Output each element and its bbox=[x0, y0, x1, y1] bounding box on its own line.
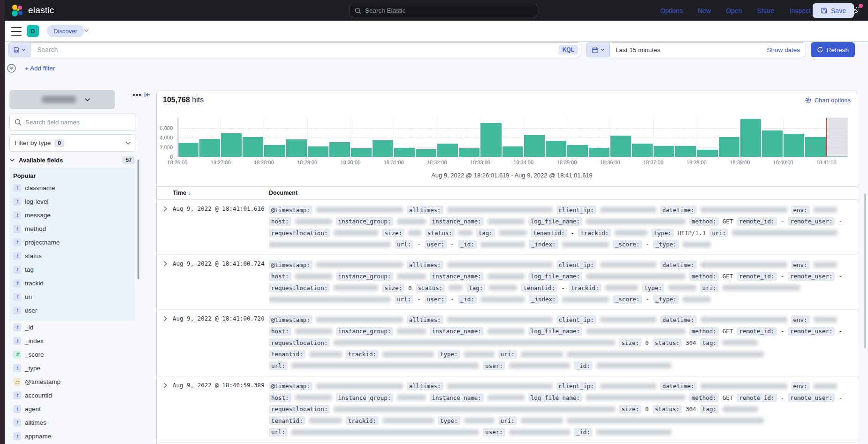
document-summary[interactable]: @timestamp:alltimes:client_ip:datetime:e… bbox=[269, 204, 842, 250]
histogram-bar[interactable] bbox=[415, 149, 437, 157]
available-fields-header[interactable]: Available fields 57 bbox=[9, 156, 135, 164]
field-item-method[interactable]: tmethod bbox=[13, 222, 131, 236]
field-item-log-level[interactable]: tlog-level bbox=[13, 195, 131, 208]
date-quick-menu-button[interactable] bbox=[586, 43, 610, 57]
field-item-user[interactable]: tuser bbox=[13, 304, 131, 317]
space-badge[interactable]: D bbox=[27, 25, 39, 37]
field-search-input[interactable]: Search field names bbox=[9, 114, 136, 131]
redacted-value bbox=[464, 418, 495, 423]
menu-icon[interactable] bbox=[11, 27, 22, 36]
nav-link-new[interactable]: New bbox=[698, 7, 711, 15]
field-item-@timestamp[interactable]: ☷@timestamp bbox=[13, 375, 131, 389]
histogram-bar[interactable] bbox=[242, 137, 264, 157]
histogram-bar[interactable] bbox=[264, 145, 285, 157]
resize-handle-icon[interactable] bbox=[133, 94, 141, 96]
field-item-tag[interactable]: ttag bbox=[13, 263, 131, 276]
field-item-uri[interactable]: turi bbox=[13, 290, 131, 304]
histogram-bar[interactable] bbox=[783, 134, 805, 157]
histogram-bar[interactable] bbox=[307, 146, 329, 157]
expand-row-icon[interactable] bbox=[163, 206, 168, 212]
field-item-message[interactable]: tmessage bbox=[13, 208, 131, 222]
add-filter-button[interactable]: + Add filter bbox=[25, 65, 55, 72]
save-icon bbox=[821, 7, 828, 14]
histogram-bar[interactable] bbox=[653, 146, 675, 157]
field-item-agent[interactable]: tagent bbox=[13, 402, 131, 416]
breadcrumb-chevron-down-icon[interactable] bbox=[84, 29, 89, 32]
filter-by-type-select[interactable]: Filter by type 0 bbox=[9, 134, 136, 152]
histogram-bar[interactable] bbox=[286, 139, 307, 157]
histogram-bar[interactable] bbox=[805, 137, 826, 157]
histogram-bar[interactable] bbox=[221, 133, 242, 157]
field-item-alltimes[interactable]: talltimes bbox=[13, 416, 131, 429]
histogram-bar[interactable] bbox=[177, 143, 199, 157]
document-summary[interactable]: @timestamp:alltimes:client_ip:datetime:e… bbox=[269, 381, 842, 438]
query-input[interactable]: Search KQL bbox=[8, 42, 581, 57]
expand-row-icon[interactable] bbox=[163, 315, 168, 322]
sidebar-scrollbar[interactable] bbox=[137, 160, 139, 279]
filter-by-type-count: 0 bbox=[54, 139, 64, 147]
histogram-bar[interactable] bbox=[480, 123, 502, 157]
nav-link-options[interactable]: Options bbox=[660, 7, 683, 15]
show-dates-button[interactable]: Show dates bbox=[767, 46, 800, 54]
page-scrollbar[interactable] bbox=[864, 193, 866, 348]
breadcrumb[interactable]: Discover bbox=[47, 25, 84, 37]
field-item-projectname[interactable]: tprojectname bbox=[13, 236, 131, 249]
sort-descending-icon[interactable]: ↓ bbox=[188, 190, 190, 196]
histogram-bar[interactable] bbox=[329, 142, 350, 157]
field-item-appname[interactable]: tappname bbox=[13, 429, 131, 443]
histogram-bar[interactable] bbox=[545, 141, 567, 157]
nav-link-inspect[interactable]: Inspect bbox=[790, 7, 811, 15]
save-button[interactable]: Save bbox=[813, 3, 854, 18]
kql-language-button[interactable]: KQL bbox=[559, 45, 578, 54]
histogram-bar[interactable] bbox=[458, 148, 480, 157]
redacted-value bbox=[334, 285, 378, 291]
index-pattern-select[interactable] bbox=[9, 90, 115, 109]
field-item-classname[interactable]: tclassname bbox=[13, 181, 131, 195]
field-item-status[interactable]: tstatus bbox=[13, 249, 131, 263]
histogram-bar[interactable] bbox=[632, 144, 653, 157]
elastic-logo[interactable]: elastic bbox=[11, 4, 54, 16]
histogram-bar[interactable] bbox=[610, 136, 632, 157]
saved-query-menu-button[interactable] bbox=[8, 43, 30, 57]
date-picker[interactable]: Last 15 minutes Show dates bbox=[586, 42, 806, 57]
field-item-_type[interactable]: t_type bbox=[13, 361, 131, 375]
nav-link-share[interactable]: Share bbox=[757, 7, 775, 15]
filter-icon[interactable] bbox=[7, 63, 16, 73]
histogram-bar[interactable] bbox=[740, 119, 761, 157]
field-item-_id[interactable]: t_id bbox=[13, 321, 131, 334]
document-summary[interactable]: @timestamp:alltimes:client_ip:datetime:e… bbox=[269, 259, 842, 305]
histogram-bar[interactable] bbox=[524, 135, 545, 157]
field-pill-type: type: bbox=[651, 229, 674, 237]
histogram-bar[interactable] bbox=[372, 140, 394, 157]
histogram-bar[interactable] bbox=[675, 146, 696, 157]
expand-row-icon[interactable] bbox=[163, 260, 168, 267]
histogram-bar[interactable] bbox=[437, 144, 458, 157]
histogram-chart[interactable]: 02,0004,0006,00018:26:0018:27:0018:28:00… bbox=[157, 91, 857, 171]
redacted-value bbox=[683, 297, 711, 302]
histogram-bar[interactable] bbox=[567, 145, 588, 157]
field-pill-@timestamp: @timestamp: bbox=[269, 206, 312, 214]
field-item-_index[interactable]: t_index bbox=[13, 334, 131, 348]
histogram-bar[interactable] bbox=[394, 148, 415, 157]
refresh-button[interactable]: Refresh bbox=[811, 42, 855, 57]
histogram-bar[interactable] bbox=[199, 139, 221, 157]
collapse-sidebar-icon[interactable] bbox=[144, 91, 151, 99]
histogram-bar[interactable] bbox=[761, 130, 783, 157]
histogram-bar[interactable] bbox=[502, 146, 524, 157]
document-summary[interactable]: @timestamp:alltimes:client_ip:datetime:e… bbox=[269, 314, 842, 372]
time-range-value[interactable]: Last 15 minutes bbox=[616, 46, 767, 54]
nav-link-open[interactable]: Open bbox=[726, 7, 742, 15]
field-item-accountid[interactable]: taccountid bbox=[13, 389, 131, 402]
field-pill-client_ip: client_ip: bbox=[556, 260, 596, 269]
field-pill-host: host: bbox=[269, 327, 291, 336]
histogram-bar[interactable] bbox=[588, 148, 610, 157]
histogram-bar[interactable] bbox=[718, 137, 740, 157]
field-item-trackid[interactable]: ttrackid bbox=[13, 276, 131, 290]
histogram-bar[interactable] bbox=[350, 148, 372, 157]
histogram-bar[interactable] bbox=[697, 150, 718, 157]
field-item-_score[interactable]: #_score bbox=[13, 348, 131, 361]
time-range-caption: Aug 9, 2022 @ 18:26:01.619 - Aug 9, 2022… bbox=[177, 172, 846, 179]
time-column-header[interactable]: Time↓ bbox=[173, 190, 190, 196]
expand-row-icon[interactable] bbox=[163, 382, 168, 389]
global-search-input[interactable]: Search Elastic bbox=[350, 4, 537, 17]
